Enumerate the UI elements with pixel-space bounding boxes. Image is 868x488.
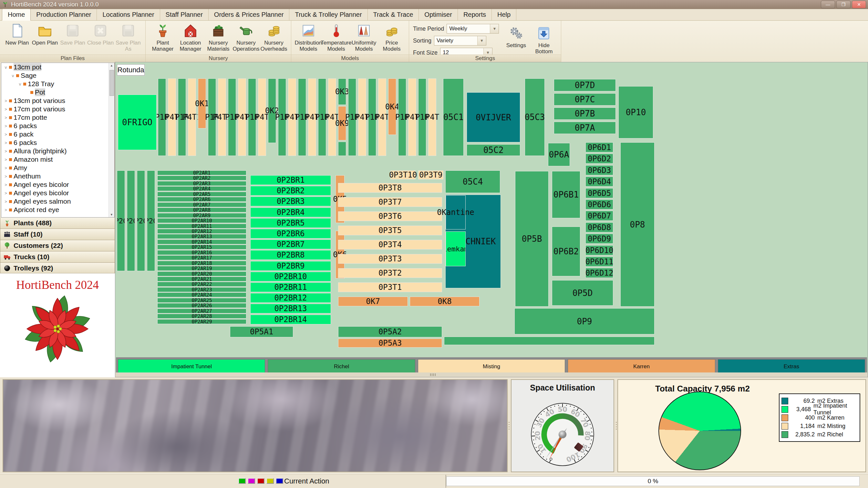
map-block-0p3t9[interactable]: 0P3T9 xyxy=(418,170,443,180)
nursery-map[interactable]: Rotunda Impatient TunnelRichelMistingKar… xyxy=(115,62,868,372)
map-block-0frigo[interactable]: 0FRIGO xyxy=(118,95,157,150)
map-block-0p2ar12[interactable]: 0P2AR12 xyxy=(157,229,246,234)
map-block-0p6b1[interactable]: 0P6B1 xyxy=(552,171,580,218)
map-block-0k3[interactable]: 0K3 xyxy=(338,78,346,105)
tab-truck-trolley-planner[interactable]: Truck & Trolley Planner xyxy=(289,9,368,20)
map-block-0p6a[interactable]: 0P6A xyxy=(548,143,570,166)
section-plants[interactable]: Plants (488) xyxy=(0,218,115,229)
map-block-0p2ar13[interactable]: 0P2AR13 xyxy=(157,234,246,239)
map-block-p2c-0[interactable]: P2C xyxy=(117,170,125,271)
map-block-0p2br13[interactable]: 0P2BR13 xyxy=(250,304,331,314)
map-block-0p5a2[interactable]: 0P5A2 xyxy=(338,326,442,337)
map-block-0kantine[interactable]: 0Kantine xyxy=(445,195,466,229)
map-block-0p2ar19[interactable]: 0P2AR19 xyxy=(157,266,246,271)
tree-item-13cm-pot-various[interactable]: >13cm pot various xyxy=(1,97,114,105)
map-block-0p2br10[interactable]: 0P2BR10 xyxy=(250,272,331,282)
map-block-0p6d9[interactable]: 0P6D9 xyxy=(585,234,613,244)
close-button[interactable]: ✕ xyxy=(852,1,866,8)
map-block-05c1[interactable]: 05C1 xyxy=(443,78,464,156)
map-block-0p6d7[interactable]: 0P6D7 xyxy=(585,211,613,221)
map-block-0p2br12[interactable]: 0P2BR12 xyxy=(250,293,331,303)
map-block-0p7c[interactable]: 0P7C xyxy=(554,93,616,105)
chevron-closed-icon[interactable]: > xyxy=(3,115,8,120)
map-block-0p3t10[interactable]: 0P3T10 xyxy=(391,170,415,180)
map-block-0p2br4[interactable]: 0P2BR4 xyxy=(250,207,331,217)
map-block-0p2ar7[interactable]: 0P2AR7 xyxy=(157,202,246,207)
map-block-0p2ar22[interactable]: 0P2AR22 xyxy=(157,282,246,287)
tree-item-angel-eyes-bicolor[interactable]: >Angel eyes bicolor xyxy=(1,181,114,189)
map-block-0p2ar4[interactable]: 0P2AR4 xyxy=(157,186,246,191)
map-block-0p8[interactable]: 0P8 xyxy=(620,142,655,306)
map-block-0p3t7[interactable]: 0P3T7 xyxy=(338,197,442,207)
map-block-0p2ar14[interactable]: 0P2AR14 xyxy=(157,239,246,244)
map-block-0p9[interactable]: 0P9 xyxy=(515,308,655,334)
map-block-0p2ar17[interactable]: 0P2AR17 xyxy=(157,255,246,260)
map-block-0k9[interactable]: 0K9 xyxy=(338,106,346,140)
map-block-0kiemkamer[interactable]: 0Kiemkamer xyxy=(445,231,466,266)
map-block-0p6d10[interactable]: 0P6D10 xyxy=(585,245,613,255)
map-block-0p2ar24[interactable]: 0P2AR24 xyxy=(157,292,246,297)
sorting-select[interactable]: Variety▼ xyxy=(434,36,486,45)
nursery-overheads-button[interactable]: Nursery Overheads xyxy=(260,22,288,52)
tab-home[interactable]: Home xyxy=(2,9,31,21)
nursery-operations-button[interactable]: Nursery Operations xyxy=(232,22,260,52)
map-block-p2c-3[interactable]: P2C xyxy=(147,170,155,271)
time-period-select[interactable]: Weekly▼ xyxy=(446,24,499,34)
map-block-0p2br5[interactable]: 0P2BR5 xyxy=(250,218,331,228)
chevron-closed-icon[interactable]: > xyxy=(3,124,8,128)
tree-item-amazon-mist[interactable]: >Amazon mist xyxy=(1,155,114,164)
map-block-0p2br8[interactable]: 0P2BR8 xyxy=(250,250,331,260)
chevron-closed-icon[interactable]: > xyxy=(3,98,8,103)
map-block-0p3t4[interactable]: 0P3T4 xyxy=(338,240,442,250)
map-block-0p2ar1[interactable]: 0P2AR1 xyxy=(157,170,246,175)
map-block-0p2ar23[interactable]: 0P2AR23 xyxy=(157,287,246,292)
map-block-0p2br14[interactable]: 0P2BR14 xyxy=(250,315,331,324)
map-block-0p2ar27[interactable]: 0P2AR27 xyxy=(157,308,246,314)
tree-item-13cm-pot[interactable]: v13cm pot xyxy=(1,63,114,71)
map-block-0p6b2[interactable]: 0P6B2 xyxy=(552,227,580,276)
restore-button[interactable]: ❐ xyxy=(836,1,850,8)
chevron-open-icon[interactable]: v xyxy=(3,65,8,70)
map-block-strip-0k4-23[interactable]: 0K4 xyxy=(388,78,396,135)
tree-item-6-pack[interactable]: >6 pack xyxy=(1,130,114,138)
tree-scrollbar[interactable]: ▲ ▼ xyxy=(108,63,114,217)
chevron-closed-icon[interactable]: > xyxy=(3,166,8,170)
section-customers[interactable]: Customers (22) xyxy=(0,240,115,252)
map-block-0p6d12[interactable]: 0P6D12 xyxy=(585,268,613,278)
tab-optimiser[interactable]: Optimiser xyxy=(419,9,458,20)
nursery-materials-button[interactable]: Nursery Materials xyxy=(205,22,232,52)
uniformity-models-button[interactable]: Uniformity Models xyxy=(350,22,378,52)
map-block-0p2ar10[interactable]: 0P2AR10 xyxy=(157,218,246,223)
map-block-0p6d4[interactable]: 0P6D4 xyxy=(585,176,613,187)
map-block-0p6d11[interactable]: 0P6D11 xyxy=(585,257,613,267)
section-trolleys[interactable]: Trolleys (92) xyxy=(0,263,115,274)
map-block-0p2ar15[interactable]: 0P2AR15 xyxy=(157,245,246,250)
tree-item-anethum[interactable]: >Anethum xyxy=(1,172,114,181)
map-block-strip-p4t-27[interactable]: P4T xyxy=(428,78,436,156)
panel-splitter[interactable] xyxy=(615,379,617,472)
scrollbar-grip[interactable] xyxy=(430,373,436,376)
map-block-0p3t8[interactable]: 0P3T8 xyxy=(338,183,442,193)
tree-item-6-packs[interactable]: >6 packs xyxy=(1,122,114,130)
temperature-models-button[interactable]: Temperature Models xyxy=(322,22,350,52)
tree-item-6-packs[interactable]: >6 packs xyxy=(1,138,114,147)
new-plan-button[interactable]: New Plan xyxy=(3,22,31,46)
map-block-0p2ar8[interactable]: 0P2AR8 xyxy=(157,207,246,213)
chevron-closed-icon[interactable]: > xyxy=(3,132,8,137)
map-block-0p2ar5[interactable]: 0P2AR5 xyxy=(157,192,246,197)
tab-production-planner[interactable]: Production Planner xyxy=(31,9,97,20)
map-block-0p5a3[interactable]: 0P5A3 xyxy=(338,338,442,348)
plant-manager-button[interactable]: Plant Manager xyxy=(149,22,177,52)
distribution-models-button[interactable]: Distribution Models xyxy=(294,22,322,52)
settings-button[interactable]: Settings xyxy=(502,25,530,48)
map-block-0p10[interactable]: 0P10 xyxy=(618,86,653,138)
map-block-0p2ar20[interactable]: 0P2AR20 xyxy=(157,271,246,276)
minimize-button[interactable]: — xyxy=(821,1,835,8)
tree-item-17cm-pot-various[interactable]: >17cm pot various xyxy=(1,105,114,113)
map-block-0p7d[interactable]: 0P7D xyxy=(554,79,616,91)
tab-staff-planner[interactable]: Staff Planner xyxy=(160,9,209,20)
tree-item-pot[interactable]: Pot xyxy=(1,88,114,97)
tree-item-apricot-red-eye[interactable]: >Apricot red eye xyxy=(1,205,114,214)
map-block-strip-0k2-11[interactable]: 0K2 xyxy=(268,78,276,143)
map-block-05c3[interactable]: 05C3 xyxy=(525,78,545,156)
